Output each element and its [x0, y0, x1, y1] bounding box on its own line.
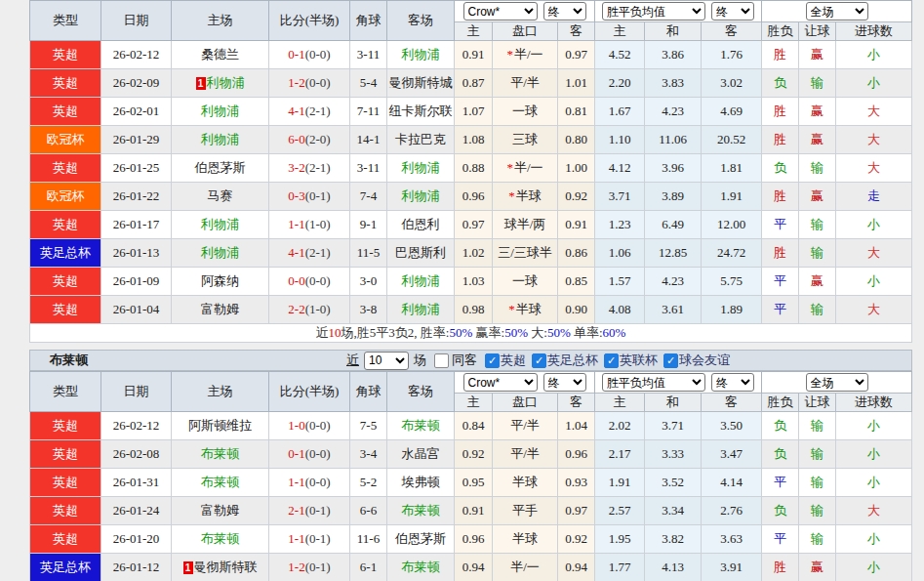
col-header-date: 日期 [101, 372, 172, 412]
match-date: 26-02-08 [101, 440, 172, 469]
home-team: 富勒姆 [172, 296, 269, 324]
avg-draw-odds: 3.52 [645, 469, 702, 497]
average-odds-select[interactable]: 胜平负均值 [602, 2, 705, 21]
match-date: 26-01-29 [101, 126, 172, 154]
goals-result: 小 [836, 525, 912, 554]
corners: 3-11 [350, 41, 387, 69]
handicap-home-odds: 0.92 [455, 440, 493, 469]
liverpool-matches-table: 类型 日期 主场 比分(半场) 角球 客场 Crow*终 胜平负均值终 全场 主… [29, 0, 912, 324]
handicap-away-odds: 0.92 [558, 183, 595, 211]
score: 0-3(0-1) [269, 183, 350, 211]
handicap-away-odds: 0.97 [558, 497, 595, 525]
final-odds-select-2[interactable]: 终 [711, 373, 754, 392]
goals-result: 大 [836, 296, 912, 324]
handicap-result: 赢 [799, 554, 836, 581]
away-team: 巴恩斯利 [387, 239, 455, 268]
goals-result: 小 [836, 440, 912, 469]
same-away-label: 同客 [452, 352, 477, 369]
handicap-home-odds: 0.91 [455, 497, 493, 525]
score: 0-0(0-0) [269, 268, 350, 296]
content: 类型 日期 主场 比分(半场) 角球 客场 Crow*终 胜平负均值终 全场 主… [29, 0, 912, 581]
avg-home-odds: 2.20 [595, 69, 645, 98]
handicap-line: *半球 [493, 183, 558, 211]
match-date: 26-01-24 [101, 497, 172, 525]
avg-away-odds: 3.63 [702, 525, 762, 554]
wdl-result: 平 [762, 211, 799, 239]
checkbox-checked-icon[interactable]: ✓ [663, 353, 678, 368]
avg-away-odds: 12.00 [702, 211, 762, 239]
league-badge: 英超 [30, 69, 101, 98]
handicap-result: 输 [799, 440, 836, 469]
avg-home-odds: 1.77 [595, 554, 645, 581]
handicap-star-icon: * [508, 188, 515, 203]
away-team: 曼彻斯特城 [387, 69, 455, 98]
checkbox-checked-icon[interactable]: ✓ [532, 353, 546, 368]
handicap-home-odds: 0.84 [455, 412, 493, 440]
handicap-line: *半球 [493, 296, 558, 324]
match-row: 英超 26-01-25 伯恩茅斯 3-2(2-1) 3-11 利物浦 0.88 … [30, 154, 912, 183]
avg-home-odds: 1.67 [595, 98, 645, 126]
match-date: 26-01-25 [101, 154, 172, 183]
col-header-away: 客场 [387, 372, 455, 412]
bookmaker-select[interactable]: Crow* [463, 373, 538, 392]
handicap-result: 输 [799, 525, 836, 554]
avg-draw-odds: 3.96 [645, 154, 702, 183]
bookmaker-select[interactable]: Crow* [463, 2, 538, 21]
league-filter-label: 英联杯 [620, 352, 658, 369]
league-badge: 英足总杯 [30, 554, 101, 581]
handicap-away-odds: 0.92 [558, 525, 595, 554]
handicap-result: 输 [799, 69, 836, 98]
goals-result: 大 [836, 239, 912, 268]
league-filter-label: 球会友谊 [679, 352, 730, 369]
match-row: 欧冠杯 26-01-22 马赛 0-3(0-1) 7-4 利物浦 0.96 *半… [30, 183, 912, 211]
avg-away-odds: 1.89 [702, 296, 762, 324]
handicap-away-odds: 0.90 [558, 296, 595, 324]
final-odds-select[interactable]: 终 [543, 2, 586, 21]
same-away-checkbox[interactable] [434, 353, 449, 368]
match-date: 26-01-20 [101, 525, 172, 554]
matches-label: 场 [414, 352, 426, 369]
sub-header-wdl: 胜负 [762, 394, 799, 412]
avg-away-odds: 24.72 [702, 239, 762, 268]
home-team: 马赛 [172, 183, 269, 211]
away-team: 布莱顿 [387, 412, 455, 440]
avg-home-odds: 2.17 [595, 440, 645, 469]
recent-form-summary: 近10场,胜5平3负2, 胜率:50% 赢率:50% 大:50% 单率:60% [29, 324, 912, 343]
recent-label: 近 [346, 352, 359, 369]
away-team: 纽卡斯尔联 [387, 98, 455, 126]
avg-away-odds: 2.76 [702, 497, 762, 525]
sub-header-handicap-line: 盘口 [493, 394, 558, 412]
checkbox-checked-icon[interactable]: ✓ [604, 353, 619, 368]
league-filters: ✓英超✓英足总杯✓英联杯✓球会友谊 [479, 352, 730, 369]
average-odds-select[interactable]: 胜平负均值 [602, 373, 705, 392]
score: 6-0(2-0) [269, 126, 350, 154]
sub-header-handicap-away: 客 [558, 22, 595, 41]
brighton-matches-table: 类型 日期 主场 比分(半场) 角球 客场 Crow*终 胜平负均值终 全场 主… [29, 371, 912, 581]
checkbox-checked-icon[interactable]: ✓ [485, 353, 500, 368]
avg-away-odds: 3.91 [702, 554, 762, 581]
home-team: 1曼彻斯特联 [172, 554, 269, 581]
handicap-home-odds: 0.88 [455, 154, 493, 183]
final-odds-select[interactable]: 终 [543, 373, 586, 392]
sub-header-goals: 进球数 [836, 22, 912, 41]
home-team: 桑德兰 [172, 41, 269, 69]
match-row: 英超 26-02-12 桑德兰 0-1(0-0) 3-11 利物浦 0.91 *… [30, 41, 912, 69]
avg-home-odds: 1.95 [595, 525, 645, 554]
wdl-result: 平 [762, 268, 799, 296]
recent-count-select[interactable]: 10 [364, 352, 409, 370]
final-odds-select-2[interactable]: 终 [711, 2, 754, 21]
match-row: 英超 26-01-04 富勒姆 2-2(1-0) 3-8 利物浦 0.98 *半… [30, 296, 912, 324]
wdl-result: 平 [762, 469, 799, 497]
avg-draw-odds: 3.89 [645, 183, 702, 211]
goals-result: 大 [836, 154, 912, 183]
avg-home-odds: 1.57 [595, 268, 645, 296]
col-header-score: 比分(半场) [269, 1, 350, 41]
scope-select[interactable]: 全场 [806, 373, 868, 392]
handicap-home-odds: 0.91 [455, 41, 493, 69]
scope-select[interactable]: 全场 [806, 2, 868, 21]
handicap-line: 平/半 [493, 440, 558, 469]
handicap-home-odds: 1.02 [455, 239, 493, 268]
handicap-result: 输 [799, 412, 836, 440]
goals-result: 大 [836, 98, 912, 126]
handicap-result: 赢 [799, 268, 836, 296]
